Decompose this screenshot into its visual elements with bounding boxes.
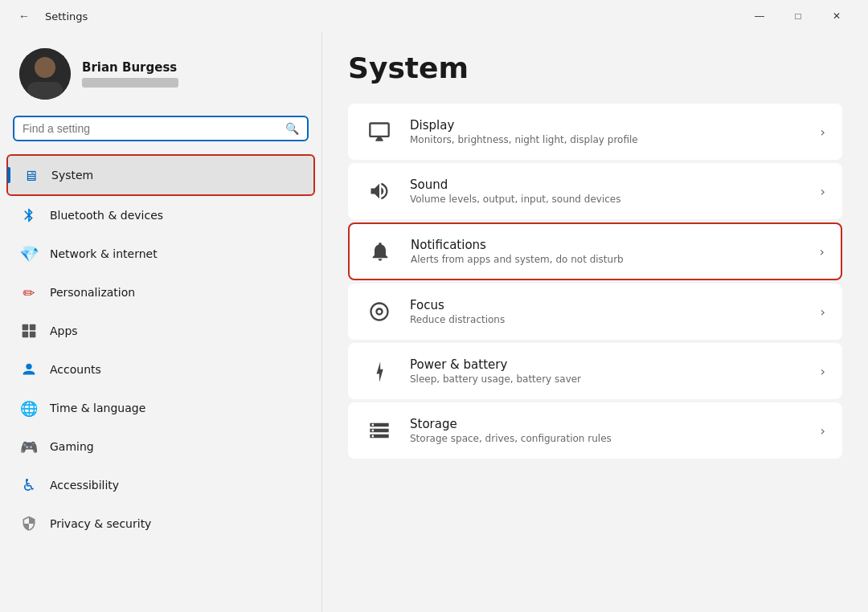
gaming-icon: 🎮 xyxy=(19,437,39,456)
page-title: System xyxy=(348,51,842,84)
sidebar-item-label: System xyxy=(51,169,93,182)
sidebar: Brian Burgess 🔍 🖥 System Bluetooth & dev… xyxy=(0,32,321,612)
storage-chevron: › xyxy=(821,423,825,439)
display-text: Display Monitors, brightness, night ligh… xyxy=(410,118,805,145)
back-button[interactable]: ← xyxy=(13,5,35,27)
privacy-icon xyxy=(19,514,39,533)
storage-icon xyxy=(365,416,394,445)
settings-list: Display Monitors, brightness, night ligh… xyxy=(348,104,842,459)
notifications-name: Notifications xyxy=(411,238,804,252)
search-box: 🔍 xyxy=(13,116,309,141)
app-title: Settings xyxy=(45,10,88,22)
system-icon: 🖥 xyxy=(21,165,40,185)
svg-rect-6 xyxy=(30,332,36,338)
svg-rect-2 xyxy=(27,82,63,100)
focus-desc: Reduce distractions xyxy=(410,314,805,325)
display-icon xyxy=(365,117,394,146)
user-email xyxy=(82,78,178,88)
sidebar-item-accessibility[interactable]: ♿ Accessibility xyxy=(6,466,315,504)
svg-point-7 xyxy=(26,364,31,369)
close-button[interactable]: ✕ xyxy=(818,3,855,29)
main-panel: System Display Monitors, brightness, nig… xyxy=(322,32,868,612)
display-desc: Monitors, brightness, night light, displ… xyxy=(410,134,805,145)
setting-card-sound[interactable]: Sound Volume levels, output, input, soun… xyxy=(348,163,842,219)
window-controls: — □ ✕ xyxy=(741,3,855,29)
minimize-button[interactable]: — xyxy=(741,3,778,29)
notifications-chevron: › xyxy=(820,244,825,259)
bluetooth-icon xyxy=(19,206,39,225)
setting-card-focus[interactable]: Focus Reduce distractions › xyxy=(348,284,842,340)
setting-card-storage[interactable]: Storage Storage space, drives, configura… xyxy=(348,402,842,459)
sidebar-item-label: Gaming xyxy=(50,440,94,453)
sidebar-item-network[interactable]: 💎 Network & internet xyxy=(6,235,315,273)
title-bar: ← Settings — □ ✕ xyxy=(0,0,868,32)
focus-name: Focus xyxy=(410,298,805,312)
notifications-icon xyxy=(366,237,395,266)
search-icon: 🔍 xyxy=(285,122,299,135)
sound-icon xyxy=(365,177,394,206)
avatar xyxy=(19,48,71,100)
focus-chevron: › xyxy=(821,304,825,320)
svg-rect-4 xyxy=(30,324,36,331)
sidebar-item-apps[interactable]: Apps xyxy=(6,312,315,350)
svg-point-1 xyxy=(35,57,55,78)
sidebar-item-label: Apps xyxy=(50,324,78,337)
power-name: Power & battery xyxy=(410,357,805,372)
sidebar-item-label: Accounts xyxy=(50,363,101,376)
sidebar-item-gaming[interactable]: 🎮 Gaming xyxy=(6,427,315,466)
sidebar-item-label: Network & internet xyxy=(50,247,158,260)
nav-list: 🖥 System Bluetooth & devices 💎 Network &… xyxy=(0,154,321,543)
storage-name: Storage xyxy=(410,417,805,431)
user-profile: Brian Burgess xyxy=(0,32,321,116)
sound-name: Sound xyxy=(410,177,805,192)
sidebar-item-label: Privacy & security xyxy=(50,517,151,530)
focus-icon xyxy=(365,297,394,326)
sidebar-item-label: Accessibility xyxy=(50,479,119,492)
sidebar-item-label: Time & language xyxy=(50,402,145,414)
search-input[interactable] xyxy=(23,122,279,135)
personalization-icon: ✏️ xyxy=(19,283,39,302)
storage-text: Storage Storage space, drives, configura… xyxy=(410,417,805,444)
sidebar-item-accounts[interactable]: Accounts xyxy=(6,350,315,389)
notifications-text: Notifications Alerts from apps and syste… xyxy=(411,238,804,265)
network-icon: 💎 xyxy=(19,244,39,263)
svg-rect-3 xyxy=(23,324,29,331)
power-icon xyxy=(365,357,394,386)
sound-chevron: › xyxy=(821,184,825,199)
sidebar-item-privacy[interactable]: Privacy & security xyxy=(6,504,315,543)
power-desc: Sleep, battery usage, battery saver xyxy=(410,373,805,385)
apps-icon xyxy=(19,321,39,341)
accounts-icon xyxy=(19,360,39,379)
storage-desc: Storage space, drives, configuration rul… xyxy=(410,433,805,444)
display-name: Display xyxy=(410,118,805,133)
setting-card-power[interactable]: Power & battery Sleep, battery usage, ba… xyxy=(348,343,842,399)
time-icon: 🌐 xyxy=(19,398,39,418)
search-container: 🔍 xyxy=(0,116,321,154)
power-chevron: › xyxy=(821,364,825,379)
user-name: Brian Burgess xyxy=(82,60,178,75)
notifications-desc: Alerts from apps and system, do not dist… xyxy=(411,254,804,265)
accessibility-icon: ♿ xyxy=(19,475,39,495)
sidebar-item-bluetooth[interactable]: Bluetooth & devices xyxy=(6,196,315,235)
sidebar-item-system[interactable]: 🖥 System xyxy=(6,154,315,196)
sound-text: Sound Volume levels, output, input, soun… xyxy=(410,177,805,205)
display-chevron: › xyxy=(821,124,825,140)
power-text: Power & battery Sleep, battery usage, ba… xyxy=(410,357,805,385)
svg-rect-5 xyxy=(23,332,29,338)
sidebar-item-personalization[interactable]: ✏️ Personalization xyxy=(6,273,315,312)
sound-desc: Volume levels, output, input, sound devi… xyxy=(410,194,805,205)
setting-card-display[interactable]: Display Monitors, brightness, night ligh… xyxy=(348,104,842,160)
app-body: Brian Burgess 🔍 🖥 System Bluetooth & dev… xyxy=(0,32,868,612)
setting-card-notifications[interactable]: Notifications Alerts from apps and syste… xyxy=(348,222,842,280)
focus-text: Focus Reduce distractions xyxy=(410,298,805,325)
maximize-button[interactable]: □ xyxy=(780,3,817,29)
sidebar-item-label: Bluetooth & devices xyxy=(50,209,163,222)
sidebar-item-label: Personalization xyxy=(50,286,135,299)
user-info: Brian Burgess xyxy=(82,60,178,88)
sidebar-item-time[interactable]: 🌐 Time & language xyxy=(6,389,315,427)
